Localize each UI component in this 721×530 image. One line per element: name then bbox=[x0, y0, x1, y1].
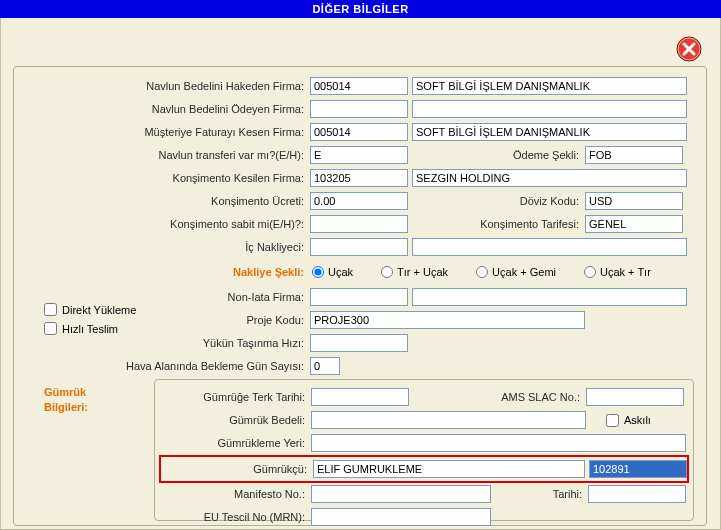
label-gumrukcu: Gümrükçü: bbox=[161, 463, 313, 475]
checkbox-askili[interactable]: Askılı bbox=[606, 414, 651, 427]
ic-nakliyeci-ad-input[interactable] bbox=[412, 238, 687, 256]
label-eu-tescil: EU Tescil No (MRN): bbox=[155, 511, 311, 523]
ic-nakliyeci-kod-input[interactable] bbox=[310, 238, 408, 256]
label-ams-slac: AMS SLAC No.: bbox=[409, 391, 586, 403]
label-hava-alaninda: Hava Alanında Bekleme Gün Sayısı: bbox=[14, 360, 310, 372]
yukun-tasinma-input[interactable] bbox=[310, 334, 408, 352]
gumruge-terk-input[interactable] bbox=[311, 388, 409, 406]
label-navlun-odeyen: Navlun Bedelini Ödeyen Firma: bbox=[14, 103, 310, 115]
highlighted-row-gumrukcu: Gümrükçü: bbox=[159, 455, 689, 483]
radio-ucak[interactable]: Uçak bbox=[312, 266, 353, 278]
hakeden-kod-input[interactable] bbox=[310, 77, 408, 95]
label-navlun-transfer: Navlun transferi var mı?(E/H): bbox=[14, 149, 310, 161]
label-gumruk-bilgileri: Gümrük Bilgileri: bbox=[44, 385, 88, 415]
odeyen-kod-input[interactable] bbox=[310, 100, 408, 118]
kons-kesilen-kod-input[interactable] bbox=[310, 169, 408, 187]
kons-tarifesi-input[interactable] bbox=[585, 215, 683, 233]
ams-slac-input[interactable] bbox=[586, 388, 684, 406]
eu-tescil-input[interactable] bbox=[311, 508, 491, 526]
label-gumruk-bedeli: Gümrük Bedeli: bbox=[155, 414, 311, 426]
navlun-transfer-input[interactable] bbox=[310, 146, 408, 164]
label-odeme-sekli: Ödeme Şekli: bbox=[408, 149, 585, 161]
label-yukun-tasinma: Yükün Taşınma Hızı: bbox=[14, 337, 310, 349]
manifesto-no-input[interactable] bbox=[311, 485, 491, 503]
non-iata-kod-input[interactable] bbox=[310, 288, 408, 306]
checkbox-hizli-teslim[interactable]: Hızlı Teslim bbox=[44, 322, 136, 335]
odeyen-ad-input[interactable] bbox=[412, 100, 687, 118]
kons-kesilen-ad-input[interactable] bbox=[412, 169, 687, 187]
label-gumruge-terk: Gümrüğe Terk Tarihi: bbox=[155, 391, 311, 403]
label-manifesto-no: Manifesto No.: bbox=[155, 488, 311, 500]
checkbox-direkt-yukleme[interactable]: Direkt Yükleme bbox=[44, 303, 136, 316]
label-doviz-kodu: Döviz Kodu: bbox=[408, 195, 585, 207]
gumrukleme-yeri-input[interactable] bbox=[311, 434, 686, 452]
gumrukcu-kod-input[interactable] bbox=[589, 460, 687, 478]
hakeden-ad-input[interactable] bbox=[412, 77, 687, 95]
proje-kodu-input[interactable] bbox=[310, 311, 585, 329]
label-musteri-fatura: Müşteriye Faturayı Kesen Firma: bbox=[14, 126, 310, 138]
radio-ucak-tir[interactable]: Uçak + Tır bbox=[584, 266, 651, 278]
close-button[interactable] bbox=[676, 36, 702, 62]
fatura-kod-input[interactable] bbox=[310, 123, 408, 141]
doviz-kodu-input[interactable] bbox=[585, 192, 683, 210]
kons-sabit-input[interactable] bbox=[310, 215, 408, 233]
gumruk-bedeli-input[interactable] bbox=[311, 411, 586, 429]
fatura-ad-input[interactable] bbox=[412, 123, 687, 141]
main-panel: Navlun Bedelini Hakeden Firma: Navlun Be… bbox=[13, 66, 707, 526]
window-title: DİĞER BİLGİLER bbox=[0, 0, 721, 18]
nakliye-sekli-group: Uçak Tır + Uçak Uçak + Gemi Uçak + Tır bbox=[310, 266, 651, 278]
label-non-iata: Non-Iata Firma: bbox=[14, 291, 310, 303]
gumrukcu-ad-input[interactable] bbox=[313, 460, 585, 478]
label-konsimento-kesilen: Konşimento Kesilen Firma: bbox=[14, 172, 310, 184]
label-ic-nakliyeci: İç Nakliyeci: bbox=[14, 241, 310, 253]
radio-ucak-gemi[interactable]: Uçak + Gemi bbox=[476, 266, 556, 278]
label-tarihi: Tarihi: bbox=[491, 488, 588, 500]
label-konsimento-sabit: Konşimento sabit mi(E/H)?: bbox=[14, 218, 310, 230]
label-gumrukleme-yeri: Gümrükleme Yeri: bbox=[155, 437, 311, 449]
close-icon bbox=[676, 36, 702, 62]
tarihi-input[interactable] bbox=[588, 485, 686, 503]
non-iata-ad-input[interactable] bbox=[412, 288, 687, 306]
label-konsimento-tarifesi: Konşimento Tarifesi: bbox=[408, 218, 585, 230]
gumruk-panel: Gümrüğe Terk Tarihi: AMS SLAC No.: Gümrü… bbox=[154, 379, 694, 521]
label-navlun-hakeden: Navlun Bedelini Hakeden Firma: bbox=[14, 80, 310, 92]
hava-alaninda-input[interactable] bbox=[310, 357, 340, 375]
odeme-sekli-input[interactable] bbox=[585, 146, 683, 164]
label-konsimento-ucreti: Konşimento Ücreti: bbox=[14, 195, 310, 207]
kons-ucreti-input[interactable] bbox=[310, 192, 408, 210]
radio-tir-ucak[interactable]: Tır + Uçak bbox=[381, 266, 448, 278]
label-nakliye-sekli: Nakliye Şekli: bbox=[14, 266, 310, 278]
